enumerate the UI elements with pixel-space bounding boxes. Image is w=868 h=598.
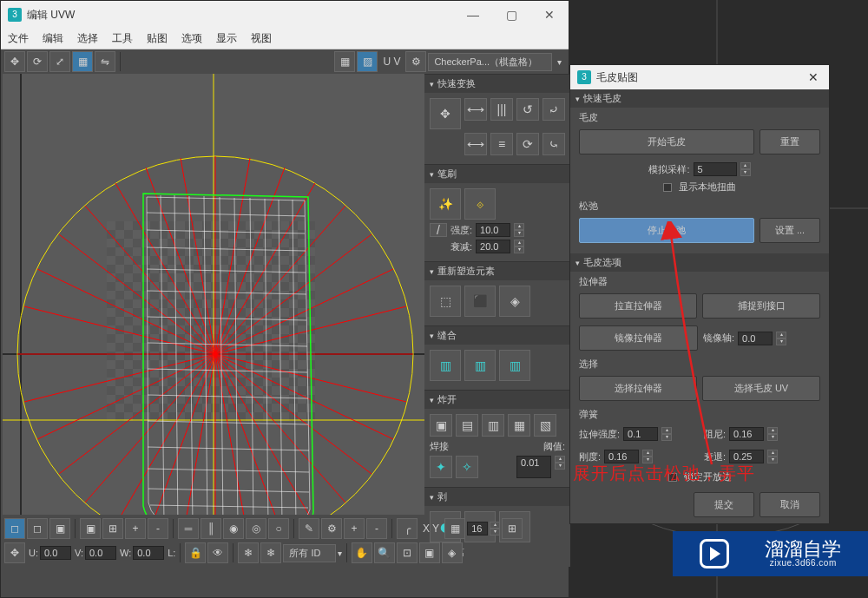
u-value[interactable]: 0.0 bbox=[40, 546, 71, 560]
e5-icon[interactable]: ▧ bbox=[534, 414, 556, 437]
checker-icon[interactable]: ▨ bbox=[357, 51, 378, 72]
map-dropdown[interactable]: CheckerPa...（棋盘格） bbox=[428, 53, 552, 71]
show-local-check[interactable] bbox=[663, 183, 672, 192]
zoom-icon[interactable]: 🔍 bbox=[374, 542, 395, 563]
e3-icon[interactable]: ▥ bbox=[482, 414, 504, 437]
menu-select[interactable]: 选择 bbox=[77, 31, 98, 46]
align-h-icon[interactable]: ≡ bbox=[490, 133, 513, 155]
damping-field[interactable]: 0.16 bbox=[729, 427, 764, 441]
e4-icon[interactable]: ▦ bbox=[508, 414, 530, 437]
stitch1-icon[interactable]: ▥ bbox=[430, 350, 461, 381]
gear2-icon[interactable]: ⚙ bbox=[321, 518, 342, 539]
menu-file[interactable]: 文件 bbox=[8, 31, 29, 46]
close-button[interactable]: ✕ bbox=[530, 1, 569, 29]
select-pelt-uv-button[interactable]: 选择毛皮 UV bbox=[702, 376, 820, 401]
align-v-icon[interactable]: ⟷ bbox=[464, 133, 487, 155]
wand-icon[interactable]: ✨ bbox=[430, 188, 461, 220]
dist-icon[interactable]: ⟳ bbox=[516, 133, 539, 155]
rotate-icon[interactable]: ↺ bbox=[516, 98, 539, 121]
menu-mapping[interactable]: 贴图 bbox=[147, 31, 168, 46]
rotate-tool-icon[interactable]: ⟳ bbox=[27, 51, 48, 72]
reset-button[interactable]: 重置 bbox=[760, 129, 820, 154]
sim-samples-field[interactable]: 5 bbox=[694, 162, 737, 176]
mirror-axis-field[interactable]: 0.0 bbox=[738, 332, 773, 345]
plus2-icon[interactable]: + bbox=[344, 518, 365, 539]
falloff-field[interactable]: 20.0 bbox=[476, 240, 510, 253]
soft3-icon[interactable]: ○ bbox=[268, 518, 289, 539]
snow2-icon[interactable]: ❄ bbox=[260, 542, 281, 563]
grid-icon[interactable]: ▦ bbox=[334, 51, 355, 72]
stop-relax-button[interactable]: 停止松弛 bbox=[579, 218, 754, 243]
gear-icon[interactable]: ⚙ bbox=[405, 51, 426, 72]
hand-icon[interactable]: ✋ bbox=[352, 542, 372, 563]
uv-viewport[interactable] bbox=[3, 74, 424, 515]
value16[interactable]: 16 bbox=[467, 522, 488, 536]
soft1-icon[interactable]: ◉ bbox=[223, 518, 244, 539]
shrink-icon[interactable]: - bbox=[148, 518, 168, 539]
settings-button[interactable]: 设置 ... bbox=[760, 218, 820, 243]
move-tool-icon[interactable]: ✥ bbox=[4, 51, 25, 72]
scale-tool-icon[interactable]: ⤢ bbox=[49, 51, 70, 72]
stretch-strength-field[interactable]: 0.1 bbox=[623, 427, 658, 441]
edge-sel-icon[interactable]: ◻ bbox=[27, 518, 48, 539]
mirror-stretch-button[interactable]: 镜像拉伸器 bbox=[579, 325, 698, 351]
paint-icon[interactable]: ✎ bbox=[299, 518, 319, 539]
elem-icon[interactable]: ▣ bbox=[80, 518, 101, 539]
threshold-field[interactable]: 0.01 bbox=[516, 456, 551, 478]
e2-icon[interactable]: ▤ bbox=[456, 414, 478, 437]
menu-tools[interactable]: 工具 bbox=[112, 31, 133, 46]
all-icon[interactable]: ⊞ bbox=[102, 518, 123, 539]
pelt-options-header[interactable]: 毛皮选项 bbox=[570, 253, 829, 272]
menu-display[interactable]: 显示 bbox=[216, 31, 237, 46]
align-top-icon[interactable]: ⟷ bbox=[464, 98, 487, 121]
maximize-button[interactable]: ▢ bbox=[492, 1, 530, 29]
weld1-icon[interactable]: ✦ bbox=[430, 456, 452, 478]
freeform-tool-icon[interactable]: ▦ bbox=[72, 51, 93, 72]
sync-icon[interactable]: ⤾ bbox=[542, 98, 565, 121]
zoom-sel-icon[interactable]: ◈ bbox=[442, 542, 463, 563]
menu-options[interactable]: 选项 bbox=[181, 31, 202, 46]
grid2-icon[interactable]: ⊞ bbox=[502, 518, 523, 539]
v-value[interactable]: 0.0 bbox=[85, 546, 116, 560]
vert-sel-icon[interactable]: ◻ bbox=[4, 518, 25, 539]
snow-icon[interactable]: ❄ bbox=[238, 542, 259, 563]
id-dropdown[interactable]: 所有 ID bbox=[283, 544, 335, 562]
pelt-close-button[interactable]: ✕ bbox=[798, 70, 829, 84]
select-stretcher-button[interactable]: 选择拉伸器 bbox=[579, 376, 697, 401]
bars-icon[interactable]: ||| bbox=[490, 98, 513, 121]
minus2-icon[interactable]: - bbox=[366, 518, 387, 539]
zoom-region-icon[interactable]: ⊡ bbox=[397, 542, 418, 563]
snap-seams-button[interactable]: 捕捉到接口 bbox=[702, 293, 820, 319]
straighten-button[interactable]: 拉直拉伸器 bbox=[579, 293, 697, 319]
minimize-button[interactable]: — bbox=[454, 1, 492, 29]
ring-icon[interactable]: ║ bbox=[201, 518, 221, 539]
weld2-icon[interactable]: ✧ bbox=[456, 456, 478, 478]
start-fur-button[interactable]: 开始毛皮 bbox=[579, 129, 754, 154]
eye-icon[interactable]: 👁 bbox=[207, 542, 228, 563]
stitch2-icon[interactable]: ▥ bbox=[464, 350, 496, 381]
loop-icon[interactable]: ═ bbox=[178, 518, 199, 539]
grow-icon[interactable]: + bbox=[125, 518, 146, 539]
lock-icon[interactable]: 🔒 bbox=[185, 542, 206, 563]
cube2-icon[interactable]: ◈ bbox=[499, 286, 530, 317]
zoom-extents-icon[interactable]: ▣ bbox=[419, 542, 440, 563]
transform-icon[interactable]: ✥ bbox=[4, 542, 25, 563]
w-value[interactable]: 0.0 bbox=[133, 546, 164, 560]
stitch3-icon[interactable]: ▥ bbox=[499, 350, 530, 381]
menu-edit[interactable]: 编辑 bbox=[43, 31, 63, 46]
commit-button[interactable]: 提交 bbox=[694, 492, 754, 517]
menu-view[interactable]: 视图 bbox=[251, 31, 272, 46]
soft2-icon[interactable]: ◎ bbox=[246, 518, 266, 539]
mirror-h-icon[interactable]: ⇋ bbox=[95, 51, 115, 72]
move-center-icon[interactable]: ✥ bbox=[430, 98, 461, 129]
cube-brush-icon[interactable]: ⟐ bbox=[464, 188, 496, 220]
face-sel-icon[interactable]: ▣ bbox=[49, 518, 70, 539]
pelt-quick-header[interactable]: 快速毛皮 bbox=[570, 89, 829, 108]
strength-field[interactable]: 10.0 bbox=[476, 223, 510, 237]
hash-icon[interactable]: ▦ bbox=[444, 518, 465, 539]
e1-icon[interactable]: ▣ bbox=[430, 414, 452, 437]
cancel-button[interactable]: 取消 bbox=[760, 492, 820, 517]
shuffle-icon[interactable]: ⤿ bbox=[542, 133, 565, 155]
curve-icon[interactable]: ╭ bbox=[397, 518, 418, 539]
cube1-icon[interactable]: ⬛ bbox=[464, 286, 496, 317]
